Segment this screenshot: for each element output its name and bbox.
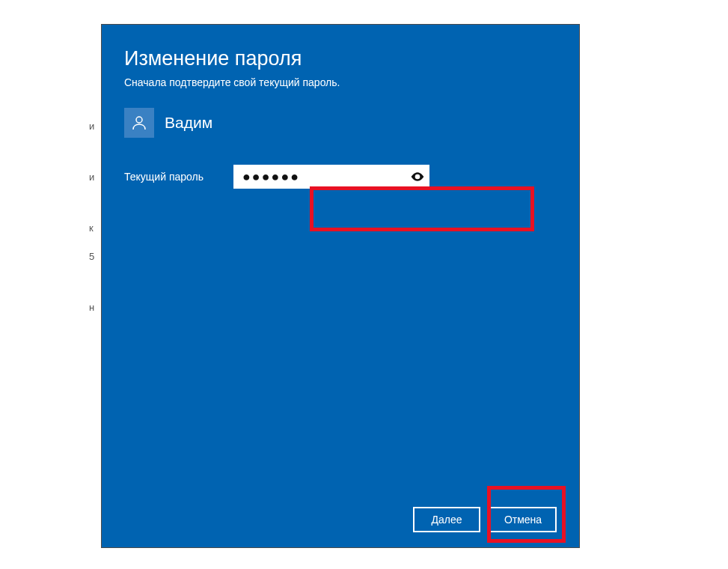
svg-point-0 [136, 117, 142, 123]
dialog-subtitle: Сначала подтвердите свой текущий пароль. [124, 76, 557, 88]
change-password-dialog: Изменение пароля Сначала подтвердите сво… [101, 24, 580, 548]
eye-icon [410, 169, 425, 184]
password-input-wrapper [233, 165, 429, 189]
cancel-button[interactable]: Отмена [489, 507, 557, 532]
user-row: Вадим [124, 108, 557, 138]
svg-point-1 [416, 175, 418, 177]
user-avatar [124, 108, 154, 138]
person-icon [130, 114, 148, 132]
dialog-button-row: Далее Отмена [124, 507, 557, 532]
dialog-title: Изменение пароля [124, 47, 557, 70]
reveal-password-button[interactable] [409, 168, 426, 186]
current-password-row: Текущий пароль [124, 165, 557, 189]
user-name: Вадим [165, 114, 212, 132]
next-button[interactable]: Далее [413, 507, 480, 532]
current-password-input[interactable] [233, 165, 429, 189]
current-password-label: Текущий пароль [124, 171, 233, 183]
